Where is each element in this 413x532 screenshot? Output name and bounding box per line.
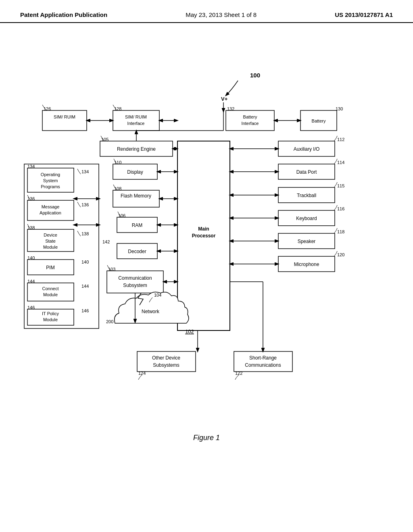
header-left: Patent Application Publication [20, 11, 107, 18]
pim-ref: 140 [27, 256, 35, 260]
trackball-label: Trackball [297, 193, 316, 198]
figure-number-label: 100 [250, 72, 260, 79]
sim-ruim-interface-label1: SIM/ RUIM [125, 114, 147, 119]
sidebar-ref-140: 140 [81, 260, 89, 264]
battery-interface-label1: Battery [243, 114, 257, 119]
keyboard-ref: 116 [337, 206, 344, 211]
it-policy-ref: 146 [27, 305, 35, 310]
it-policy-label1: IT Policy [42, 311, 59, 316]
network-label: Network [142, 309, 160, 314]
os-programs-label2: System [43, 178, 58, 183]
sidebar-ref-136: 136 [81, 202, 89, 207]
battery-ref: 130 [336, 106, 343, 111]
main-processor-label1: Main [198, 226, 209, 232]
connect-module-label2: Module [43, 292, 58, 297]
sim-ruim-interface-box [113, 110, 159, 131]
rendering-engine-ref: 105 [101, 137, 108, 142]
sim-ruim-box [42, 110, 87, 131]
speaker-label: Speaker [298, 239, 316, 244]
rendering-engine-label: Rendering Engine [117, 146, 156, 152]
device-state-label3: Module [43, 245, 58, 249]
ref-104: 104 [154, 293, 161, 297]
display-label: Display [127, 169, 143, 175]
display-ref: 110 [114, 160, 121, 165]
battery-interface-box [226, 110, 274, 131]
network-ref: 200 [106, 319, 113, 324]
header-right: US 2013/0127871 A1 [335, 11, 393, 18]
os-programs-label1: Operating [41, 172, 60, 177]
battery-interface-ref: 132 [227, 106, 234, 111]
device-state-label2: State [45, 239, 56, 243]
patent-diagram: 100 V+ SIM/ RUIM 126 SIM/ RUIM Interf [0, 23, 413, 466]
flash-memory-label1: Flash Memory [121, 193, 151, 199]
os-programs-label3: Programs [41, 184, 60, 189]
sidebar-ref-134: 134 [81, 169, 89, 174]
other-device-label1: Other Device [152, 355, 180, 361]
microphone-label: Microphone [294, 262, 319, 267]
auxiliary-io-label: Auxiliary I/O [294, 146, 320, 152]
short-range-label2: Communications [245, 362, 281, 368]
message-app-label2: Application [40, 210, 61, 215]
battery-interface-label2: Interface [242, 121, 259, 126]
sidebar-ref-146: 146 [81, 308, 89, 313]
main-processor-ref: 102 [185, 328, 194, 335]
os-programs-ref: 134 [27, 164, 35, 169]
main-processor-label2: Processor [192, 233, 216, 239]
message-app-label1: Message [42, 204, 60, 209]
device-state-label1: Device [44, 233, 57, 237]
sim-ruim-label: SIM/ RUIM [54, 114, 75, 119]
sidebar-ref-138: 138 [81, 231, 89, 236]
comm-subsystem-label1: Communication [118, 275, 152, 281]
data-port-label: Data Port [296, 169, 317, 175]
pim-label: PIM [46, 265, 54, 270]
data-port-ref: 114 [337, 160, 344, 165]
comm-subsystem-box [107, 271, 163, 293]
sim-ruim-ref: 126 [44, 106, 51, 111]
short-range-box [234, 351, 292, 372]
keyboard-label: Keyboard [296, 216, 317, 221]
comm-subsystem-ref: 103 [108, 267, 115, 272]
short-range-label1: Short-Range [249, 355, 277, 361]
ram-label: RAM [132, 222, 143, 228]
other-device-label2: Subsystems [153, 362, 179, 368]
microphone-ref: 120 [337, 252, 344, 257]
decoder-ref: 142 [102, 239, 110, 244]
sim-ruim-interface-ref: 128 [114, 106, 121, 111]
speaker-ref: 118 [337, 229, 344, 234]
decoder-label: Decoder [128, 249, 146, 254]
trackball-ref: 115 [337, 183, 344, 188]
header-center: May 23, 2013 Sheet 1 of 8 [186, 11, 257, 18]
auxiliary-io-ref: 112 [337, 137, 344, 142]
other-device-box [137, 351, 196, 372]
connect-module-ref: 144 [27, 279, 35, 284]
header: Patent Application Publication May 23, 2… [0, 0, 413, 23]
figure-caption: Figure 1 [193, 434, 220, 442]
battery-label: Battery [312, 118, 326, 123]
connect-module-label1: Connect [42, 286, 59, 291]
comm-subsystem-label2: Subsystem [123, 283, 147, 288]
it-policy-label2: Module [43, 317, 58, 322]
diagram-container: 100 V+ SIM/ RUIM 126 SIM/ RUIM Interf [0, 23, 413, 466]
flash-memory-ref: 108 [114, 186, 121, 191]
ram-ref: 106 [118, 213, 125, 218]
sim-ruim-interface-label2: Interface [127, 121, 145, 126]
vplus-label: V+ [221, 96, 228, 102]
sidebar-ref-144: 144 [81, 284, 89, 289]
